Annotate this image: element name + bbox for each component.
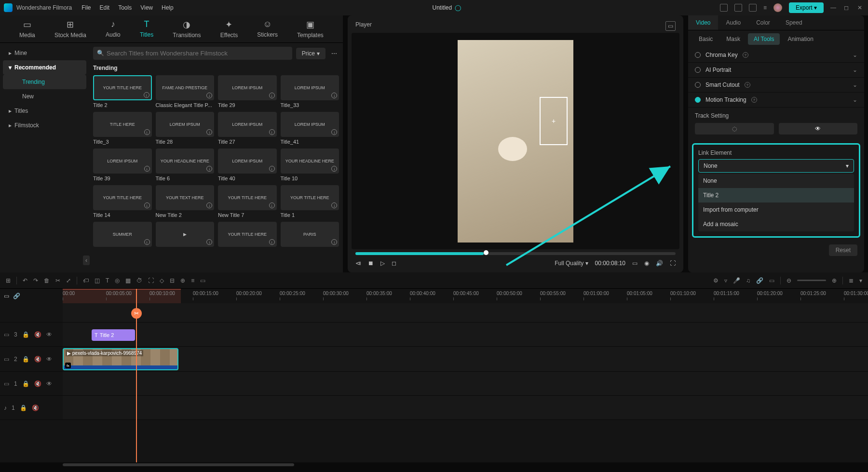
tl-tool-e[interactable]: ⊕ [180, 277, 185, 284]
lib-tab-templates[interactable]: ▣Templates [297, 19, 324, 39]
rp-subtab-mask[interactable]: Mask [720, 33, 746, 45]
menu-file[interactable]: File [81, 4, 91, 11]
title-tile[interactable]: Lorem ipsum↓Title 40 [218, 148, 277, 181]
video-clip[interactable]: ▶ pexels-vlada-karpovich-9968974 fx [63, 348, 178, 370]
stop-button[interactable]: ⏹ [368, 260, 374, 267]
menu-tools[interactable]: Tools [118, 4, 132, 11]
more-options-button[interactable]: ⋯ [329, 48, 339, 59]
title-tile[interactable]: YOUR TITLE HERE↓ [218, 222, 277, 249]
color-icon[interactable]: ▦ [125, 277, 131, 284]
download-icon[interactable]: ↓ [331, 166, 337, 172]
text-tool-icon[interactable]: T [106, 277, 109, 284]
toggle[interactable] [695, 52, 701, 58]
sidebar-item-new[interactable]: New [3, 89, 86, 104]
help-icon[interactable]: ? [743, 52, 748, 58]
motion-track-box[interactable]: + [540, 97, 568, 145]
title-clip[interactable]: T Title 2 [92, 329, 135, 341]
link-option[interactable]: Add a mosaic [698, 217, 854, 231]
track-box-right[interactable]: 👁 [779, 123, 858, 135]
speed-icon[interactable]: ⏱ [136, 277, 142, 284]
tl-tool-f[interactable]: ≡ [191, 277, 194, 284]
help-icon[interactable]: ? [745, 82, 750, 88]
tl-tool-d[interactable]: ⊟ [170, 277, 175, 284]
lib-tab-transitions[interactable]: ◑Transitions [173, 19, 201, 39]
mute-icon[interactable]: 🔇 [32, 405, 39, 411]
sidebar-item-trending[interactable]: Trending [3, 75, 86, 89]
tl-head-icon-a[interactable]: ▭ [4, 293, 9, 299]
download-icon[interactable]: ↓ [269, 166, 275, 172]
player-viewport[interactable]: + [352, 33, 679, 249]
download-icon[interactable]: ↓ [269, 239, 275, 245]
undo-button[interactable]: ↶ [23, 277, 27, 284]
link-option[interactable]: None [698, 174, 854, 188]
title-tile[interactable]: YOUR TITLE HERE↓Title 1 [281, 185, 339, 218]
lib-tab-stickers[interactable]: ☺Stickers [257, 19, 278, 39]
tl-dropdown-icon[interactable]: ▾ [859, 277, 862, 284]
cut-button[interactable]: ✂ [55, 277, 60, 284]
search-input[interactable] [93, 47, 292, 60]
tl-tool-a[interactable]: ⤢ [66, 277, 71, 284]
download-icon[interactable]: ↓ [144, 92, 149, 98]
title-tile[interactable]: TITLE HERE↓Title_3 [93, 112, 152, 145]
tl-grid-icon[interactable]: ⊞ [6, 277, 11, 284]
toggle[interactable] [695, 67, 701, 73]
mute-icon[interactable]: 🔇 [34, 331, 41, 338]
tl-tool-b[interactable]: ⛶ [148, 277, 154, 284]
menu-view[interactable]: View [140, 4, 153, 11]
tl-head-icon-b[interactable]: 🔗 [13, 293, 20, 299]
tl-gear-icon[interactable]: ⚙ [713, 277, 719, 284]
title-tile[interactable]: YOUR TEXT HERE↓New Title 2 [156, 185, 215, 218]
rp-subtab-ai-tools[interactable]: AI Tools [748, 33, 780, 45]
visibility-icon[interactable]: 👁 [46, 331, 52, 338]
title-tile[interactable]: Lorem ipsum↓Title_41 [281, 112, 339, 145]
sidebar-item-recommended[interactable]: ▾ Recommended [3, 60, 86, 75]
rp-section-smart-cutout[interactable]: Smart Cutout?⌄ [688, 78, 864, 93]
sidebar-item-filmstock[interactable]: ▸ Filmstock [3, 118, 86, 133]
mask-icon[interactable]: ◎ [115, 277, 120, 284]
rp-section-ai-portrait[interactable]: AI Portrait⌄ [688, 63, 864, 78]
avatar[interactable] [773, 3, 782, 12]
prev-frame-button[interactable]: ⧏ [355, 260, 361, 267]
rp-tab-color[interactable]: Color [748, 15, 778, 30]
download-icon[interactable]: ↓ [206, 239, 212, 245]
sidebar-item-mine[interactable]: ▸ Mine [3, 46, 86, 60]
lib-tab-media[interactable]: ▭Media [19, 19, 35, 39]
mute-icon[interactable]: 🔇 [34, 380, 41, 387]
title-tile[interactable]: FAME AND PRESTIGE↓Classic Elegant Title … [156, 75, 215, 108]
toggle[interactable] [695, 82, 701, 88]
rp-subtab-basic[interactable]: Basic [693, 33, 719, 45]
title-tile[interactable]: YOUR TITLE HERE↓New Title 7 [218, 185, 277, 218]
rp-section-chroma-key[interactable]: Chroma Key?⌄ [688, 48, 864, 63]
link-element-select[interactable]: None ▾ [698, 159, 854, 173]
play-button[interactable]: ▷ [380, 260, 385, 267]
lib-tab-effects[interactable]: ✦Effects [220, 19, 238, 39]
title-tile[interactable]: YOUR TITLE HERE↓Title 14 [93, 185, 152, 218]
download-icon[interactable]: ↓ [269, 202, 275, 208]
cloud-icon[interactable] [749, 4, 757, 12]
mute-icon[interactable]: 🔇 [34, 356, 41, 363]
download-icon[interactable]: ↓ [206, 202, 212, 208]
visibility-icon[interactable]: 👁 [46, 380, 52, 387]
download-icon[interactable]: ↓ [331, 129, 337, 135]
lock-icon[interactable]: 🔒 [22, 356, 29, 363]
close-button[interactable]: ✕ [857, 4, 864, 11]
download-icon[interactable]: ↓ [144, 239, 150, 245]
rp-subtab-animation[interactable]: Animation [782, 33, 819, 45]
download-icon[interactable]: ↓ [331, 202, 337, 208]
lock-icon[interactable]: 🔒 [22, 331, 29, 338]
lib-tab-titles[interactable]: TTitles [140, 19, 153, 39]
collapse-sidebar-button[interactable]: ‹ [83, 256, 90, 265]
help-icon[interactable]: ? [751, 97, 757, 103]
download-icon[interactable]: ↓ [269, 129, 275, 135]
tag-icon[interactable]: 🏷 [83, 277, 89, 284]
maximize-button[interactable]: ◻ [844, 4, 851, 11]
horizontal-scrollbar[interactable] [0, 462, 868, 467]
layout-icon[interactable] [720, 4, 728, 12]
title-tile[interactable]: ▶↓ [156, 222, 215, 249]
title-tile[interactable]: YOUR HEADLINE HERE↓Title 6 [156, 148, 215, 181]
tl-view-icon[interactable]: ≣ [849, 277, 854, 284]
download-icon[interactable]: ↓ [206, 93, 212, 98]
title-tile[interactable]: Lorem Ipsum↓Title 29 [218, 75, 277, 108]
next-frame-button[interactable]: ◻ [392, 260, 396, 267]
title-tile[interactable]: Lorem ipsum↓Title 39 [93, 148, 152, 181]
